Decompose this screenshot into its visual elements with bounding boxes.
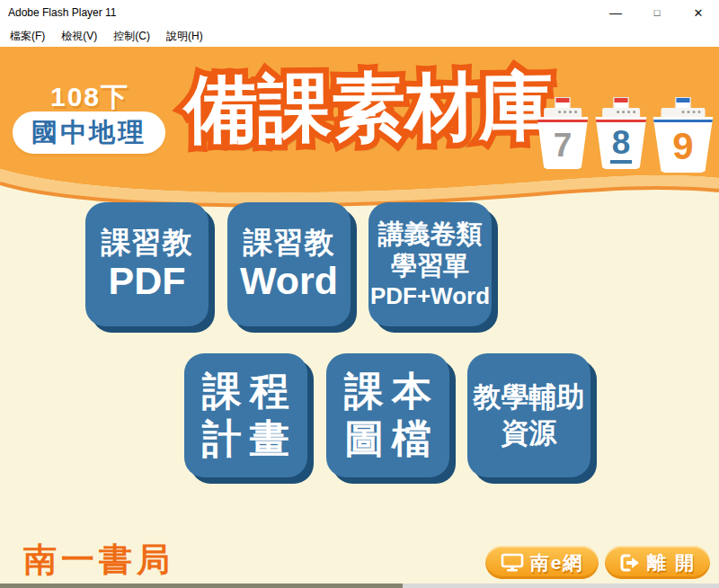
flash-player-window: Adobe Flash Player 11 — □ ✕ 檔案(F) 檢視(V) … [0,0,719,588]
button-label-line: 課程 [194,368,297,415]
button-label-line: 圖檔 [336,415,439,463]
close-icon[interactable]: ✕ [678,0,719,25]
semester-label: 108下 [18,79,162,116]
grade-8-number-selected[interactable]: 8 [610,126,633,164]
menu-bar: 檔案(F) 檢視(V) 控制(C) 說明(H) [0,25,719,47]
button-handouts-worksheets[interactable]: 講義卷類 學習單 PDF+Word [368,202,492,326]
boat-hull-icon: 9 [652,117,714,173]
menu-file[interactable]: 檔案(F) [2,26,53,47]
button-label-line: 教學輔助 [474,379,585,415]
boat-portholes [633,111,635,113]
window-titlebar: Adobe Flash Player 11 — □ ✕ [0,0,719,25]
menu-control[interactable]: 控制(C) [105,26,158,47]
boat-hull-icon: 8 [595,117,647,169]
button-course-materials-word[interactable]: 課習教 Word [227,202,351,326]
button-label-line: 資源 [502,415,557,451]
boat-stripe [652,120,714,122]
button-label-line: 課本 [336,368,439,415]
grade-boat-selector: 7 8 9 [532,94,719,171]
button-label-line: 計畫 [194,415,297,463]
exit-label: 離 開 [647,550,696,575]
button-label-line: 學習單 [391,250,469,281]
window-title: Adobe Flash Player 11 [0,6,595,19]
button-label-line: 課習教 [244,226,335,260]
boat-portholes [574,111,577,113]
button-curriculum-plan[interactable]: 課程 計畫 [184,353,307,477]
window-bottom-edge [0,584,719,588]
grade-7-boat[interactable]: 7 [537,94,589,171]
grade-9-number[interactable]: 9 [672,128,693,165]
boat-hull-icon: 7 [537,117,589,169]
subject-badge: 國中地理 [13,111,165,154]
nan-e-web-button[interactable]: 南e網 [485,546,599,579]
button-label-line: 講義卷類 [378,218,483,250]
button-teaching-aids[interactable]: 教學輔助 資源 [467,353,590,477]
exit-icon [619,554,641,572]
boat-stripe [595,120,647,122]
button-textbook-images[interactable]: 課本 圖檔 [326,353,449,477]
maximize-icon[interactable]: □ [636,0,678,25]
minimize-icon[interactable]: — [595,0,636,25]
grade-9-boat[interactable]: 9 [652,94,714,171]
flash-stage: 108下 國中地理 備課素材庫 備課素材庫 7 8 [0,47,719,588]
publisher-logo: 南一書局 [23,538,174,583]
button-label-line: PDF+Word [370,281,490,311]
bottom-edge-light [403,584,719,588]
button-label-line: Word [240,260,338,302]
button-label-line: 課習教 [102,226,193,260]
boat-portholes [697,111,700,113]
button-label-line: PDF [109,260,186,302]
boat-stripe [537,120,589,122]
grade-8-boat[interactable]: 8 [595,94,647,171]
exit-button[interactable]: 離 開 [605,546,710,579]
window-controls: — □ ✕ [595,0,719,25]
boat-deck-icon [661,108,706,117]
boat-deck-icon [602,108,640,117]
nan-e-web-label: 南e網 [530,550,584,575]
menu-help[interactable]: 說明(H) [158,26,211,47]
menu-view[interactable]: 檢視(V) [53,26,105,47]
bottom-edge-dark [0,584,403,588]
monitor-icon [501,553,524,573]
page-title-fill: 備課素材庫 [184,65,554,150]
page-title: 備課素材庫 備課素材庫 [184,58,545,159]
boat-deck-icon [544,108,581,117]
grade-7-number[interactable]: 7 [554,129,573,162]
button-course-materials-pdf[interactable]: 課習教 PDF [85,202,209,326]
